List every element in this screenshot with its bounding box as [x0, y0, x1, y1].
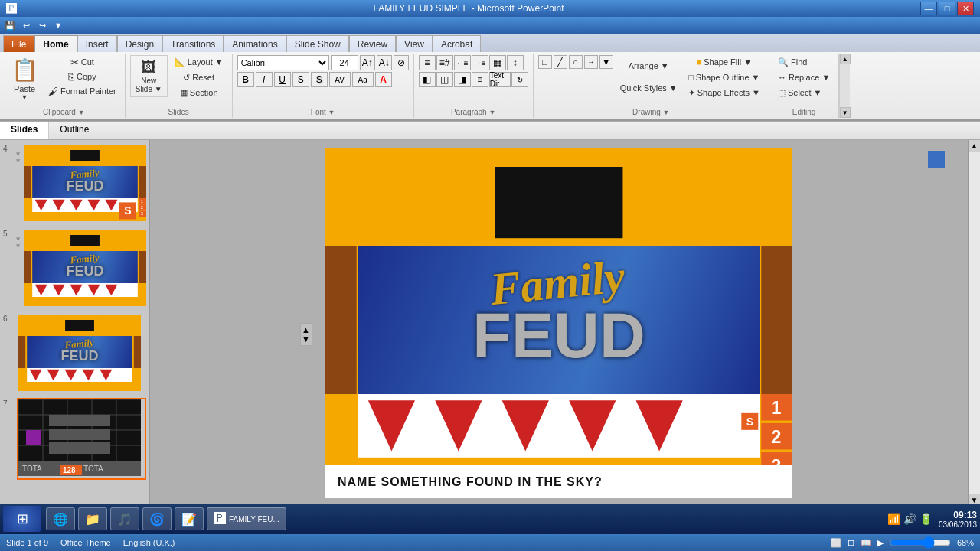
tray-icons: 📶 🔊 🔋 [887, 513, 933, 525]
shape-line-button[interactable]: ╱ [554, 55, 567, 69]
view-slideshow-button[interactable]: ▶ [877, 538, 884, 548]
text-direction-button[interactable]: Text Dir [489, 72, 511, 87]
taskbar-ie[interactable]: 🌐 [46, 507, 75, 530]
columns-button[interactable]: ▦ [489, 55, 506, 70]
font-size-input[interactable] [331, 55, 358, 70]
ribbon-tabs: File Home Insert Design Transitions Anim… [0, 34, 980, 52]
strikethrough-button[interactable]: S [292, 72, 309, 87]
replace-button[interactable]: ↔Replace ▼ [774, 70, 834, 84]
align-left-button[interactable]: ◧ [419, 72, 436, 87]
arrange-button[interactable]: Arrange ▼ [616, 55, 681, 77]
shape-rect-button[interactable]: □ [538, 55, 552, 69]
view-slide-sorter-button[interactable]: ⊞ [848, 538, 854, 548]
minimize-button[interactable]: — [920, 2, 937, 15]
slides-tab[interactable]: Slides [0, 122, 49, 139]
window-controls[interactable]: — □ ✕ [920, 2, 974, 15]
tab-transitions[interactable]: Transitions [162, 35, 224, 52]
zoom-slider[interactable] [890, 536, 951, 549]
view-reading-button[interactable]: 📖 [861, 538, 871, 548]
paste-button[interactable]: 📋 Paste ▼ [8, 55, 41, 103]
time-display: 09:13 [939, 510, 977, 520]
ribbon-scroll-down[interactable]: ▼ [840, 107, 851, 118]
slide-canvas[interactable] [325, 148, 792, 465]
maximize-button[interactable]: □ [939, 2, 956, 15]
taskbar-chrome[interactable]: 🌀 [142, 507, 172, 530]
tab-insert[interactable]: Insert [77, 35, 117, 52]
language: English (U.K.) [123, 538, 175, 547]
copy-button[interactable]: ⎘ Copy [44, 70, 120, 83]
tab-review[interactable]: Review [349, 35, 396, 52]
convert-smartart-button[interactable]: ↻ [511, 72, 528, 87]
format-painter-button[interactable]: 🖌 Format Painter [44, 84, 120, 98]
change-case-button[interactable]: Aa [352, 72, 374, 87]
char-spacing-button[interactable]: AV [329, 72, 351, 87]
tab-view[interactable]: View [396, 35, 433, 52]
reset-button[interactable]: ↺Reset [171, 70, 227, 84]
taskbar: ⊞ 🌐 📁 🎵 🌀 📝 🅿 FAMILY FEU... 📶 🔊 🔋 09:13 [0, 504, 980, 534]
shape-oval-button[interactable]: ○ [569, 55, 583, 69]
title-bar: 🅿 FAMILY FEUD SIMPLE - Microsoft PowerPo… [0, 0, 980, 17]
clipboard-label: Clipboard ▼ [43, 108, 85, 116]
slide-thumbnail-4[interactable]: 4 ★★ [3, 143, 146, 225]
clipboard-group: 📋 Paste ▼ ✂ Cut ⎘ Copy 🖌 Format P [3, 54, 126, 118]
tab-file[interactable]: File [3, 35, 34, 52]
line-spacing-button[interactable]: ↕ [507, 55, 524, 70]
slide-thumbnail-5[interactable]: 5 ★★ [3, 228, 146, 310]
find-button[interactable]: 🔍Find [774, 55, 811, 69]
decrease-font-button[interactable]: A↓ [377, 55, 392, 70]
save-qat-button[interactable]: 💾 [3, 18, 17, 32]
shape-outline-button[interactable]: □Shape Outline ▼ [684, 70, 764, 84]
align-right-button[interactable]: ◨ [454, 72, 471, 87]
slide-panel-tabs: Slides Outline [0, 122, 980, 140]
ribbon-scrollbar[interactable]: ▲ ▼ [839, 54, 850, 118]
shapes-more-button[interactable]: ▼ [599, 55, 613, 69]
text-shadow-button[interactable]: S [311, 72, 328, 87]
undo-qat-button[interactable]: ↩ [19, 18, 33, 32]
bullets-button[interactable]: ≡ [419, 55, 436, 70]
section-button[interactable]: ▦Section [171, 86, 227, 99]
ribbon-scroll-up[interactable]: ▲ [840, 54, 851, 64]
font-name-select[interactable]: Calibri [237, 55, 329, 70]
slides-group: 🖼 NewSlide ▼ 📐Layout ▼ ↺Reset ▦Section [126, 54, 233, 118]
left-scroll[interactable]: ▲▼ [300, 323, 312, 346]
tab-home[interactable]: Home [34, 35, 77, 52]
redo-qat-button[interactable]: ↪ [35, 18, 49, 32]
underline-button[interactable]: U [274, 72, 291, 87]
new-slide-button[interactable]: 🖼 NewSlide ▼ [132, 57, 165, 95]
italic-button[interactable]: I [256, 72, 273, 87]
font-color-button[interactable]: A [375, 72, 392, 87]
scroll-up-button[interactable]: ▲ [969, 140, 980, 152]
tab-design[interactable]: Design [117, 35, 162, 52]
taskbar-notepad[interactable]: 📝 [175, 507, 204, 530]
slide-thumbnail-6[interactable]: 6 [3, 313, 146, 395]
power-icon: 🔋 [920, 513, 933, 525]
increase-font-button[interactable]: A↑ [360, 55, 375, 70]
tab-acrobat[interactable]: Acrobat [433, 35, 481, 52]
close-button[interactable]: ✕ [957, 2, 974, 15]
shape-arrow-button[interactable]: → [584, 55, 598, 69]
taskbar-media[interactable]: 🎵 [110, 507, 139, 530]
taskbar-folder[interactable]: 📁 [78, 507, 107, 530]
increase-indent-button[interactable]: →≡ [472, 55, 488, 70]
quick-styles-button[interactable]: Quick Styles ▼ [616, 77, 681, 99]
slide-thumbnail-7[interactable]: 7 [3, 398, 146, 480]
layout-button[interactable]: 📐Layout ▼ [171, 55, 227, 69]
view-normal-button[interactable]: ⬜ [831, 538, 841, 548]
start-button[interactable]: ⊞ [3, 506, 41, 532]
bold-button[interactable]: B [237, 72, 254, 87]
justify-button[interactable]: ≡ [472, 72, 488, 87]
align-center-button[interactable]: ◫ [436, 72, 453, 87]
clear-format-button[interactable]: ⊘ [394, 55, 409, 70]
tab-slideshow[interactable]: Slide Show [286, 35, 349, 52]
numbered-button[interactable]: ≡# [436, 55, 453, 70]
decrease-indent-button[interactable]: ←≡ [454, 55, 471, 70]
tab-animations[interactable]: Animations [224, 35, 286, 52]
cut-button[interactable]: ✂ Cut [44, 55, 120, 69]
shape-effects-button[interactable]: ✦Shape Effects ▼ [684, 86, 764, 99]
outline-tab[interactable]: Outline [49, 122, 100, 139]
taskbar-powerpoint[interactable]: 🅿 FAMILY FEU... [207, 507, 286, 530]
qat-more-button[interactable]: ▼ [51, 18, 65, 32]
shape-fill-button[interactable]: ■Shape Fill ▼ [684, 55, 764, 69]
right-scrollbar[interactable]: ▲ ▼ [968, 140, 980, 506]
select-button[interactable]: ⬚Select ▼ [774, 86, 826, 99]
